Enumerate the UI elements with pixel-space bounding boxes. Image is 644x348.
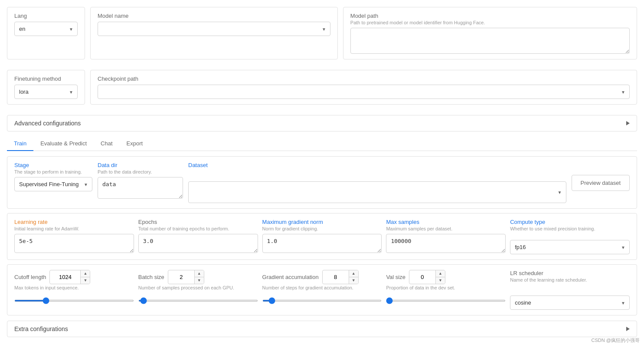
batch-size-label: Batch size [138, 274, 164, 280]
gradient-accum-input-wrapper[interactable]: ▲ ▼ [322, 270, 359, 284]
stage-select[interactable]: Supervised Fine-Tuning Pre-Training RLHF [14, 177, 92, 191]
gradient-accum-up[interactable]: ▲ [349, 270, 358, 277]
model-name-select[interactable] [98, 22, 330, 36]
val-slider-wrapper[interactable] [386, 296, 506, 303]
training-params-row: Learning rate Initial learning rate for … [14, 219, 630, 254]
cutoff-slider[interactable] [14, 300, 134, 302]
cutoff-group: Cutoff length ▲ ▼ Max tokens in input se… [14, 270, 134, 310]
dataset-select[interactable] [188, 181, 566, 203]
dataset-select-wrapper[interactable] [188, 181, 566, 203]
val-size-label: Val size [386, 274, 405, 280]
batch-slider[interactable] [138, 300, 258, 302]
gradient-accum-desc: Number of steps for gradient accumulatio… [262, 285, 382, 290]
model-path-input[interactable] [350, 28, 630, 54]
data-dir-label: Data dir [98, 162, 183, 168]
stage-select-wrapper[interactable]: Supervised Fine-Tuning Pre-Training RLHF [14, 177, 92, 191]
cutoff-input[interactable] [50, 271, 80, 283]
val-size-spinner: ▲ ▼ [435, 270, 445, 284]
cutoff-input-wrapper[interactable]: ▲ ▼ [49, 270, 90, 284]
epochs-label: Epochs [138, 219, 258, 225]
tab-evaluate[interactable]: Evaluate & Predict [33, 137, 94, 151]
dataset-label: Dataset [188, 162, 566, 168]
model-path-desc: Path to pretrained model or model identi… [350, 20, 630, 25]
checkpoint-select[interactable] [98, 85, 630, 99]
lang-select[interactable]: en zh fr [14, 22, 78, 36]
finetuning-label: Finetuning method [14, 76, 78, 82]
lr-input[interactable]: 5e-5 [14, 234, 134, 253]
finetuning-select-wrapper[interactable]: lora freeze full [14, 85, 78, 99]
batch-size-input[interactable] [168, 271, 194, 283]
gradient-accum-group: Gradient accumulation ▲ ▼ Number of step… [262, 270, 382, 310]
val-size-input[interactable] [409, 271, 435, 283]
stage-label: Stage [14, 162, 92, 168]
cutoff-label: Cutoff length [14, 274, 46, 280]
batch-spinner: ▲ ▼ [194, 270, 204, 284]
gradient-accum-label: Gradient accumulation [262, 274, 319, 280]
advanced-config-header[interactable]: Advanced configurations [7, 115, 637, 131]
preview-dataset-button[interactable]: Preview dataset [572, 175, 630, 191]
batch-up[interactable]: ▲ [195, 270, 204, 277]
batch-desc: Number of samples processed on each GPU. [138, 285, 258, 290]
compute-type-select-wrapper[interactable]: fp16 bf16 fp32 [510, 240, 630, 254]
lr-scheduler-group: LR scheduler Name of the learning rate s… [510, 270, 630, 310]
max-samples-label: Max samples [386, 219, 506, 225]
advanced-config-chevron [626, 121, 630, 125]
gradient-accum-input[interactable] [323, 271, 349, 283]
gradient-norm-input[interactable]: 1.0 [262, 234, 382, 253]
compute-type-select[interactable]: fp16 bf16 fp32 [510, 240, 630, 254]
lr-label: Learning rate [14, 219, 134, 225]
model-name-select-wrapper[interactable] [98, 22, 330, 36]
cutoff-desc: Max tokens in input sequence. [14, 285, 134, 290]
extra-config-label: Extra configurations [14, 325, 68, 332]
batch-down[interactable]: ▼ [195, 277, 204, 284]
lr-desc: Initial learning rate for AdamW. [14, 226, 134, 231]
advanced-config-label: Advanced configurations [14, 120, 81, 127]
data-dir-input[interactable]: data [98, 177, 183, 199]
lr-scheduler-select[interactable]: cosine linear polynomial constant [510, 295, 630, 310]
gradient-accum-slider-wrapper[interactable] [262, 296, 382, 303]
tab-chat[interactable]: Chat [94, 137, 119, 151]
finetuning-select[interactable]: lora freeze full [14, 85, 78, 99]
model-name-label: Model name [98, 13, 330, 19]
val-size-input-wrapper[interactable]: ▲ ▼ [409, 270, 445, 284]
val-size-up[interactable]: ▲ [436, 270, 445, 277]
epochs-desc: Total number of training epochs to perfo… [138, 226, 258, 231]
cutoff-slider-wrapper[interactable] [14, 296, 134, 303]
gradient-accum-down[interactable]: ▼ [349, 277, 358, 284]
lr-scheduler-label: LR scheduler [510, 270, 630, 276]
gradient-accum-slider[interactable] [262, 300, 382, 302]
tab-train[interactable]: Train [7, 137, 33, 151]
lang-select-wrapper[interactable]: en zh fr [14, 22, 78, 36]
compute-type-desc: Whether to use mixed precision training. [510, 226, 630, 231]
cutoff-up[interactable]: ▲ [81, 270, 90, 277]
gradient-norm-label: Maximum gradient norm [262, 219, 382, 225]
gradient-norm-desc: Norm for gradient clipping. [262, 226, 382, 231]
tabs: Train Evaluate & Predict Chat Export [7, 137, 637, 151]
lr-scheduler-desc: Name of the learning rate scheduler. [510, 277, 630, 282]
gradient-accum-spinner: ▲ ▼ [349, 270, 358, 284]
batch-input-wrapper[interactable]: ▲ ▼ [168, 270, 204, 284]
batch-size-group: Batch size ▲ ▼ Number of samples process… [138, 270, 258, 310]
cutoff-down[interactable]: ▼ [81, 277, 90, 284]
val-size-down[interactable]: ▼ [436, 277, 445, 284]
val-size-slider[interactable] [386, 300, 506, 302]
gradient-norm-group: Maximum gradient norm Norm for gradient … [262, 219, 382, 254]
epochs-input[interactable]: 3.0 [138, 234, 258, 253]
checkpoint-select-wrapper[interactable] [98, 85, 630, 99]
lang-label: Lang [14, 13, 78, 19]
stage-desc: The stage to perform in training. [14, 169, 92, 174]
val-size-desc: Proportion of data in the dev set. [386, 285, 506, 290]
watermark: CSDN @疯狂的小强哥 [592, 337, 640, 344]
extra-config-chevron [626, 327, 630, 331]
batch-slider-wrapper[interactable] [138, 296, 258, 303]
extra-config-header[interactable]: Extra configurations [7, 321, 637, 337]
max-samples-group: Max samples Maximum samples per dataset.… [386, 219, 506, 254]
checkpoint-label: Checkpoint path [98, 76, 630, 82]
compute-type-label: Compute type [510, 219, 630, 225]
cutoff-spinner: ▲ ▼ [80, 270, 90, 284]
compute-type-group: Compute type Whether to use mixed precis… [510, 219, 630, 254]
max-samples-desc: Maximum samples per dataset. [386, 226, 506, 231]
max-samples-input[interactable]: 100000 [386, 234, 506, 253]
lr-scheduler-select-wrapper[interactable]: cosine linear polynomial constant [510, 295, 630, 310]
tab-export[interactable]: Export [120, 137, 150, 151]
